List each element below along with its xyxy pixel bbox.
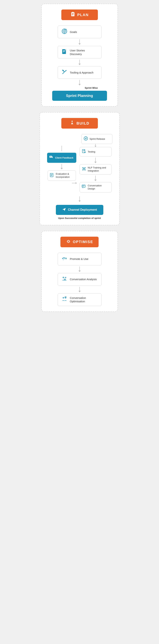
conversation-design-label: Conversation Design xyxy=(88,184,110,190)
nlp-label: NLP Training and Integration xyxy=(88,166,110,172)
svg-point-35 xyxy=(82,169,83,170)
build-icon xyxy=(70,120,75,126)
user-stories-box: User Stories Discovery xyxy=(58,46,102,58)
svg-point-10 xyxy=(66,29,66,30)
arrow-right-2 xyxy=(94,176,97,181)
optimise-label: OPTIMISE xyxy=(73,240,93,244)
arrow-2 xyxy=(78,60,81,65)
svg-point-48 xyxy=(63,277,64,278)
plan-header: PLAN xyxy=(61,10,98,20)
svg-rect-12 xyxy=(63,50,65,51)
sprint-release-label: Sprint Release xyxy=(90,138,105,141)
svg-point-17 xyxy=(72,121,73,122)
sprint-release-icon xyxy=(83,136,88,142)
build-left-col: Client Feedback xyxy=(47,144,77,184)
channel-deploy-row: Channel Deployment Upon Successful compl… xyxy=(47,195,113,220)
svg-point-33 xyxy=(82,167,83,168)
svg-rect-1 xyxy=(72,13,74,14)
build-right-col: Testing xyxy=(79,144,113,192)
tools-icon xyxy=(61,69,67,76)
svg-point-34 xyxy=(85,167,85,168)
optimise-icon xyxy=(66,239,71,245)
arrow-opt-1 xyxy=(78,266,81,272)
arrow-left-1 xyxy=(61,164,63,169)
tooling-label: Tooling & Approach xyxy=(70,71,93,74)
svg-rect-20 xyxy=(72,123,73,123)
sprint-planning-button[interactable]: Sprint Planning xyxy=(52,91,107,101)
conv-analysis-icon: $ xyxy=(61,276,67,283)
build-main-row: Client Feedback xyxy=(47,144,113,192)
sprint-release-row: Sprint Release xyxy=(47,134,113,144)
arrow-1 xyxy=(78,39,81,45)
evaluation-box: Evaluation & Incorporation xyxy=(48,170,76,181)
arrow-right-1 xyxy=(94,158,97,163)
svg-rect-2 xyxy=(72,14,74,14)
client-feedback-icon xyxy=(49,155,53,160)
goals-icon xyxy=(61,28,67,36)
svg-point-56 xyxy=(63,297,64,298)
build-section: BUILD Sprint Release xyxy=(39,112,120,225)
nlp-icon xyxy=(82,166,86,172)
sprint-planning-label: Sprint Planning xyxy=(66,94,93,98)
plan-icon xyxy=(70,12,75,18)
tooling-box: Tooling & Approach xyxy=(58,66,102,79)
testing-box: Testing xyxy=(80,147,112,156)
svg-rect-19 xyxy=(71,123,72,123)
svg-line-43 xyxy=(84,168,85,169)
client-feedback-button[interactable]: Client Feedback xyxy=(47,153,76,163)
plan-section: PLAN Goals xyxy=(41,4,118,107)
user-stories-icon xyxy=(61,49,67,56)
svg-rect-13 xyxy=(63,51,65,52)
arrow-channel xyxy=(78,196,81,202)
promote-label: Promote & Use xyxy=(70,257,89,261)
user-stories-label: User Stories Discovery xyxy=(70,49,98,56)
svg-rect-4 xyxy=(72,12,74,12)
testing-icon xyxy=(82,149,86,154)
conv-optimisation-box: Conversation Optimisation xyxy=(58,294,102,306)
conv-analysis-label: Conversation Analysis xyxy=(70,278,97,281)
sprint-wise-label: Sprint Wise xyxy=(85,86,98,89)
conv-analysis-box: $ Conversation Analysis xyxy=(58,273,102,286)
svg-rect-3 xyxy=(72,15,73,15)
conversation-design-box: Conversation Design xyxy=(80,182,112,192)
svg-point-16 xyxy=(62,70,63,70)
evaluation-icon xyxy=(50,173,54,178)
svg-rect-51 xyxy=(64,280,64,280)
build-label: BUILD xyxy=(76,121,89,126)
svg-rect-53 xyxy=(65,279,66,280)
svg-point-24 xyxy=(50,156,51,157)
svg-rect-14 xyxy=(63,52,64,52)
svg-point-7 xyxy=(64,31,65,32)
evaluation-label: Evaluation & Incorporation xyxy=(56,172,74,179)
svg-point-47 xyxy=(62,258,63,259)
build-header: BUILD xyxy=(61,118,98,128)
optimise-section: OPTIMISE Promote & Use xyxy=(41,231,118,312)
optimise-header: OPTIMISE xyxy=(60,237,99,247)
goals-box: Goals xyxy=(58,26,102,38)
svg-point-46 xyxy=(68,240,69,242)
svg-rect-45 xyxy=(82,188,84,188)
conv-optimisation-icon xyxy=(61,296,67,303)
channel-deploy-label: Channel Deployment xyxy=(68,208,97,212)
testing-label: Testing xyxy=(88,150,95,154)
sprint-release-box: Sprint Release xyxy=(81,134,113,144)
channel-deploy-icon xyxy=(62,208,66,212)
conversation-design-icon xyxy=(82,184,86,190)
goals-label: Goals xyxy=(70,30,77,34)
svg-rect-30 xyxy=(51,176,52,176)
build-flow: Sprint Release xyxy=(47,134,113,220)
svg-point-26 xyxy=(51,156,52,157)
svg-point-25 xyxy=(51,156,51,157)
svg-point-36 xyxy=(85,169,85,170)
nlp-box: NLP Training and Integration xyxy=(80,164,112,174)
conv-optimisation-label: Conversation Optimisation xyxy=(70,296,98,303)
arrow-opt-2 xyxy=(78,287,81,292)
channel-deployment-button[interactable]: Channel Deployment xyxy=(56,205,103,215)
sprint-note: Upon Successful completion of sprint xyxy=(58,217,101,220)
plan-label: PLAN xyxy=(77,13,89,17)
arrow-3 xyxy=(78,80,81,86)
promote-icon xyxy=(61,256,67,263)
svg-rect-29 xyxy=(51,175,53,175)
client-feedback-label: Client Feedback xyxy=(55,156,73,159)
svg-rect-28 xyxy=(51,174,53,175)
